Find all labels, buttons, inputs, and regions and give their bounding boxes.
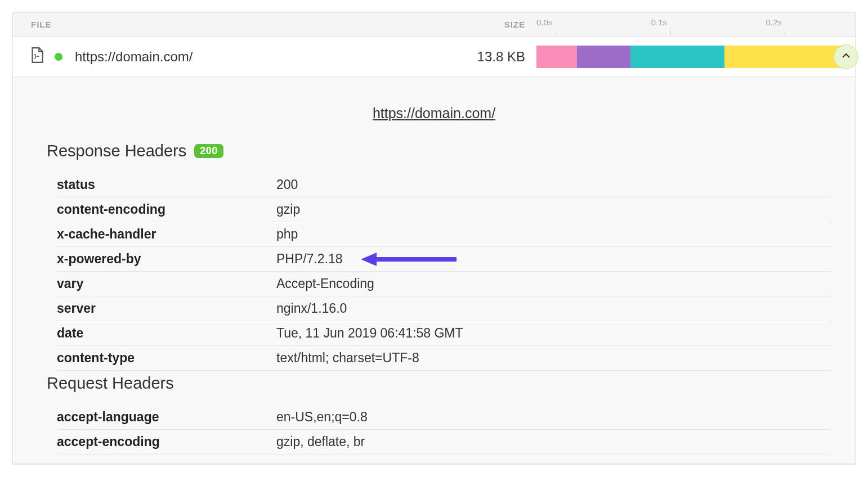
header-key: status — [57, 177, 276, 192]
request-row[interactable]: https://domain.com/ 13.8 KB — [13, 37, 855, 77]
chevron-up-icon — [841, 51, 851, 63]
request-file-cell: https://domain.com/ — [13, 47, 441, 67]
timing-segment — [536, 46, 577, 68]
header-value: gzip — [276, 202, 831, 217]
status-dot-icon — [55, 53, 62, 61]
request-headers-title: Request Headers — [47, 374, 821, 393]
response-headers-label: Response Headers — [47, 142, 186, 160]
header-key: server — [57, 301, 276, 316]
request-headers-table: accept-languageen-US,en;q=0.8accept-enco… — [57, 405, 831, 454]
header-value: gzip, deflate, br — [276, 434, 831, 449]
header-value: nginx/1.16.0 — [276, 301, 831, 316]
svg-marker-1 — [361, 253, 377, 266]
header-value: Tue, 11 Jun 2019 06:41:58 GMT — [276, 326, 831, 341]
details-panel: https://domain.com/ Response Headers 200… — [13, 77, 855, 464]
header-value: php — [276, 227, 831, 242]
header-value: en-US,en;q=0.8 — [276, 410, 831, 425]
column-header-row: FILE SIZE 0.0s0.1s0.2s — [13, 13, 855, 37]
header-row: dateTue, 11 Jun 2019 06:41:58 GMT — [57, 321, 831, 346]
column-timeline: 0.0s0.1s0.2s — [536, 13, 855, 37]
header-key: x-powered-by — [57, 251, 276, 267]
response-headers-table: status200content-encodinggzipx-cache-han… — [57, 173, 831, 371]
response-headers-title: Response Headers 200 — [47, 142, 821, 160]
header-key: content-type — [57, 350, 276, 366]
highlight-arrow-icon — [361, 251, 457, 267]
collapse-button[interactable] — [834, 44, 858, 69]
document-icon — [30, 47, 55, 67]
timing-segment — [724, 46, 840, 68]
timing-segment — [577, 46, 630, 68]
header-key: content-encoding — [57, 202, 276, 217]
header-key: accept-encoding — [57, 434, 276, 449]
header-row: x-powered-byPHP/7.2.18 — [57, 247, 831, 272]
request-url: https://domain.com/ — [75, 49, 193, 65]
header-row: varyAccept-Encoding — [57, 272, 831, 296]
header-row: content-encodinggzip — [57, 197, 831, 222]
header-row: servernginx/1.16.0 — [57, 296, 831, 321]
timing-bar-cell — [536, 37, 855, 77]
tick-label: 0.0s — [536, 17, 552, 27]
tick-label: 0.1s — [651, 17, 667, 27]
header-row: accept-encodinggzip, deflate, br — [57, 430, 831, 454]
header-value: PHP/7.2.18 — [276, 251, 831, 267]
header-key: accept-language — [57, 410, 276, 425]
header-value: 200 — [276, 177, 831, 192]
header-row: x-cache-handlerphp — [57, 222, 831, 247]
header-row: content-typetext/html; charset=UTF-8 — [57, 346, 831, 371]
column-size: SIZE — [441, 20, 536, 29]
header-key: x-cache-handler — [57, 227, 276, 242]
status-badge: 200 — [194, 144, 223, 158]
header-key: date — [57, 326, 276, 341]
waterfall-panel: FILE SIZE 0.0s0.1s0.2s https://domain.co… — [12, 12, 856, 465]
request-size: 13.8 KB — [441, 49, 536, 65]
timing-segment — [630, 46, 724, 68]
header-row: status200 — [57, 173, 831, 197]
header-value: Accept-Encoding — [276, 276, 831, 291]
header-value: text/html; charset=UTF-8 — [276, 350, 831, 366]
header-key: vary — [57, 276, 276, 291]
timing-bar — [536, 46, 849, 68]
header-row: accept-languageen-US,en;q=0.8 — [57, 405, 831, 430]
column-file: FILE — [13, 20, 441, 29]
detail-url[interactable]: https://domain.com/ — [47, 105, 821, 122]
tick-label: 0.2s — [766, 17, 782, 27]
